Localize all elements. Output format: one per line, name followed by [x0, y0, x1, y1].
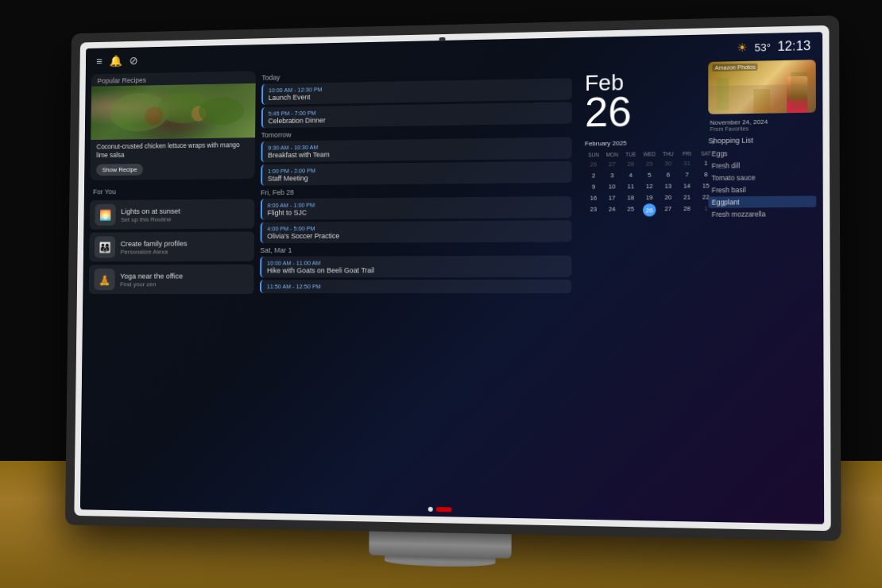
temperature: 53°: [755, 41, 772, 53]
event-soccer-title: Olivia's Soccer Practice: [267, 230, 566, 240]
for-you-label: For You: [90, 185, 254, 198]
cal-day[interactable]: 17: [603, 192, 621, 203]
mini-calendar: February 2025 › SUN MON TUE WED THU FRI …: [585, 137, 715, 217]
cal-day[interactable]: 16: [585, 193, 602, 203]
cal-header-wed: WED: [640, 150, 659, 157]
event-soccer[interactable]: 4:00 PM - 5:00 PM Olivia's Soccer Practi…: [261, 220, 572, 243]
monitor-wrapper: ≡ 🔔 ⊘ ☀ 53° 12:13: [64, 15, 841, 576]
cal-day[interactable]: 4: [622, 170, 640, 180]
calendar-month-label: February 2025: [585, 140, 627, 148]
cal-day[interactable]: 18: [621, 192, 639, 203]
shopping-item-basil[interactable]: Fresh basil: [708, 184, 816, 196]
date-panel: Feb 26 February 2025 › SUN MON TUE: [578, 62, 709, 516]
cal-header-sun: SUN: [585, 151, 602, 158]
cal-day[interactable]: 2: [585, 170, 602, 180]
cal-day[interactable]: 19: [640, 192, 659, 203]
cal-day[interactable]: 23: [585, 204, 602, 217]
do-not-disturb-icon[interactable]: ⊘: [130, 54, 138, 67]
lights-icon: 🌅: [95, 204, 115, 226]
cal-day[interactable]: 27: [603, 159, 621, 169]
monitor-outer: ≡ 🔔 ⊘ ☀ 53° 12:13: [65, 15, 841, 541]
for-you-section: For You 🌅 Lights on at sunset Set up thi…: [86, 185, 254, 507]
cal-day[interactable]: 24: [603, 204, 621, 217]
lights-text: Lights on at sunset Set up this Routine: [121, 206, 250, 223]
shopping-item-eggs[interactable]: Eggs: [708, 147, 816, 160]
shopping-item-eggplant[interactable]: Eggplant: [708, 195, 816, 207]
cal-day[interactable]: 29: [640, 158, 659, 168]
cal-day[interactable]: 20: [660, 192, 678, 203]
cal-day[interactable]: 30: [660, 158, 678, 168]
monitor-bezel: ≡ 🔔 ⊘ ☀ 53° 12:13: [74, 25, 830, 531]
middle-panel: Today 10:00 AM - 12:30 PM Launch Event 5…: [252, 64, 578, 513]
shopping-item-tomato[interactable]: Tomato sauce: [708, 172, 816, 184]
event-hike-title: Hike with Goats on Beeli Goat Trail: [267, 266, 566, 275]
cal-day[interactable]: 27: [660, 203, 678, 216]
left-panel: Popular Recipes: [86, 71, 255, 506]
cal-header-fri: FRI: [678, 150, 696, 157]
shopping-list: Shopping List Eggs Fresh dill Tomato sau…: [708, 135, 817, 517]
show-recipe-button[interactable]: Show Recipe: [96, 164, 143, 176]
cal-day[interactable]: 11: [621, 181, 639, 191]
event-sat-second[interactable]: 11:50 AM - 12:50 PM: [260, 280, 571, 293]
cal-day[interactable]: 31: [678, 158, 696, 168]
cal-day[interactable]: 6: [660, 169, 678, 180]
photo-background: Amazon Photos: [708, 60, 816, 114]
cal-day[interactable]: 28: [622, 159, 640, 169]
big-day: 26: [585, 91, 632, 133]
cal-day[interactable]: 21: [678, 192, 696, 203]
bottom-indicator: [428, 507, 452, 513]
event-breakfast[interactable]: 9:30 AM - 10:30 AM Breakfast with Team: [261, 137, 571, 163]
notification-icon[interactable]: 🔔: [110, 55, 122, 68]
favorites-date: November 24, 2024 From Favorites: [708, 118, 816, 132]
shopping-list-title: Shopping List: [708, 135, 816, 145]
cal-header-tue: TUE: [622, 151, 640, 158]
cal-day[interactable]: 28: [678, 203, 696, 216]
cal-day[interactable]: 26: [585, 159, 602, 169]
for-you-card-family[interactable]: 👨‍👩‍👧 Create family profiles Personalize…: [89, 232, 254, 262]
monitor-stand: [369, 531, 511, 558]
menu-icon[interactable]: ≡: [96, 55, 103, 68]
event-sat-time: 11:50 AM - 12:50 PM: [267, 283, 567, 290]
friday-label: Fri, Feb 28: [261, 186, 571, 196]
screen: ≡ 🔔 ⊘ ☀ 53° 12:13: [80, 32, 824, 524]
cal-header-thu: THU: [660, 150, 678, 157]
for-you-card-yoga[interactable]: 🧘 Yoga near the office Find your zen: [89, 265, 254, 294]
lights-title: Lights on at sunset: [121, 206, 250, 215]
shopping-item-dill[interactable]: Fresh dill: [708, 159, 816, 172]
family-title: Create family profiles: [121, 238, 250, 247]
event-dinner[interactable]: 5:45 PM - 7:00 PM Celebration Dinner: [261, 102, 572, 128]
family-text: Create family profiles Personalize Alexa: [120, 238, 249, 255]
recipe-title: Coconut-crusted chicken lettuce wraps wi…: [91, 137, 255, 161]
event-flight[interactable]: 8:00 AM - 1:00 PM Flight to SJC: [261, 196, 572, 220]
calendar-header: February 2025 ›: [585, 137, 715, 148]
right-panel: Amazon Photos: [708, 60, 817, 517]
cal-day[interactable]: 12: [640, 181, 659, 191]
saturday-label: Sat, Mar 1: [260, 245, 571, 253]
clock: 12:13: [777, 39, 810, 54]
family-icon: 👨‍👩‍👧: [95, 236, 115, 257]
event-hike[interactable]: 10:00 AM - 11:00 AM Hike with Goats on B…: [260, 256, 571, 278]
cal-day[interactable]: 3: [603, 170, 621, 180]
event-launch[interactable]: 10:00 AM - 12:30 PM Launch Event: [261, 78, 572, 105]
yoga-icon: 🧘: [94, 269, 114, 290]
cal-day[interactable]: 7: [678, 169, 696, 180]
cal-day[interactable]: 9: [585, 181, 602, 191]
yoga-subtitle: Find your zen: [120, 280, 249, 288]
shopping-item-mozzarella[interactable]: Fresh mozzarella: [708, 208, 816, 220]
family-subtitle: Personalize Alexa: [120, 248, 249, 255]
event-staff-meeting[interactable]: 1:00 PM - 2:00 PM Staff Meeting: [261, 161, 571, 186]
cal-day-today[interactable]: 26: [643, 203, 656, 216]
for-you-card-lights[interactable]: 🌅 Lights on at sunset Set up this Routin…: [90, 199, 255, 229]
cal-day[interactable]: 13: [660, 181, 678, 191]
cal-day[interactable]: 5: [640, 170, 659, 180]
recipe-image: [91, 83, 256, 140]
indicator-dot-1[interactable]: [428, 507, 433, 512]
cal-day[interactable]: 14: [678, 180, 696, 191]
weather-icon: ☀: [737, 41, 749, 54]
photo-thumbnail[interactable]: Amazon Photos: [708, 60, 816, 114]
recipe-card: Popular Recipes: [91, 71, 256, 180]
yoga-title: Yoga near the office: [120, 271, 249, 280]
main-content: Popular Recipes: [80, 60, 824, 524]
cal-day[interactable]: 10: [603, 181, 621, 191]
cal-day[interactable]: 25: [621, 203, 639, 216]
